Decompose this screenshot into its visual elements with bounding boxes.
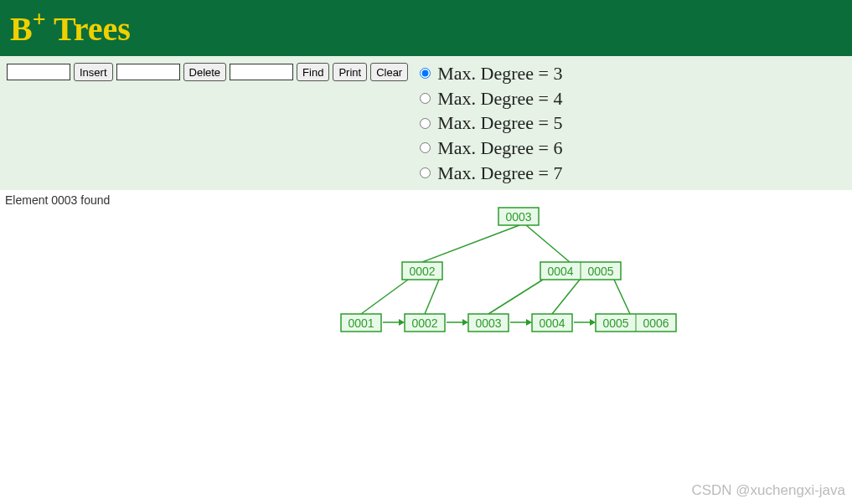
degree-option-6[interactable]: Max. Degree = 6 <box>420 136 562 161</box>
degree-radio-3[interactable] <box>420 68 431 79</box>
svg-text:0002: 0002 <box>411 316 437 330</box>
page-header: B+ Trees <box>0 0 852 56</box>
degree-options: Max. Degree = 3 Max. Degree = 4 Max. Deg… <box>420 61 562 185</box>
clear-button[interactable]: Clear <box>370 63 408 81</box>
svg-marker-34 <box>590 319 596 326</box>
delete-button[interactable]: Delete <box>183 63 227 81</box>
degree-radio-5[interactable] <box>420 118 431 129</box>
degree-label: Max. Degree = 5 <box>437 111 562 136</box>
svg-text:0006: 0006 <box>643 316 669 330</box>
degree-radio-4[interactable] <box>420 93 431 104</box>
svg-marker-28 <box>399 319 405 326</box>
title-suffix: Trees <box>46 10 131 48</box>
degree-option-3[interactable]: Max. Degree = 3 <box>420 61 562 86</box>
insert-button[interactable]: Insert <box>74 63 113 81</box>
svg-text:0005: 0005 <box>587 265 613 278</box>
svg-text:0002: 0002 <box>409 265 435 278</box>
find-input[interactable] <box>230 64 293 80</box>
svg-line-0 <box>422 225 519 262</box>
svg-text:0001: 0001 <box>348 316 374 330</box>
svg-line-3 <box>425 280 439 314</box>
title-prefix: B <box>10 10 33 48</box>
tree-canvas: 0003000200040005000100020003000400050006 <box>0 188 852 494</box>
svg-text:0005: 0005 <box>602 316 628 330</box>
degree-option-4[interactable]: Max. Degree = 4 <box>420 86 562 111</box>
svg-line-6 <box>614 280 630 314</box>
svg-marker-32 <box>526 319 532 326</box>
degree-label: Max. Degree = 4 <box>437 86 562 111</box>
degree-label: Max. Degree = 3 <box>437 61 562 86</box>
degree-option-5[interactable]: Max. Degree = 5 <box>420 111 562 136</box>
page-title: B+ Trees <box>10 8 131 49</box>
watermark: CSDN @xuchengxi-java <box>691 482 845 499</box>
title-sup: + <box>33 6 46 32</box>
svg-text:0004: 0004 <box>547 265 573 278</box>
print-button[interactable]: Print <box>333 63 367 81</box>
degree-radio-7[interactable] <box>420 167 431 178</box>
svg-line-1 <box>526 225 570 262</box>
delete-input[interactable] <box>116 64 180 80</box>
find-button[interactable]: Find <box>297 63 329 81</box>
degree-option-7[interactable]: Max. Degree = 7 <box>420 161 562 186</box>
svg-text:0003: 0003 <box>505 210 531 224</box>
svg-marker-30 <box>462 319 468 326</box>
svg-line-4 <box>488 280 543 314</box>
insert-input[interactable] <box>7 64 70 80</box>
svg-text:0003: 0003 <box>475 316 501 330</box>
svg-line-5 <box>552 280 580 314</box>
control-buttons: Insert Delete Find Print Clear <box>7 61 408 81</box>
svg-text:0004: 0004 <box>539 316 565 330</box>
controls-panel: Insert Delete Find Print Clear Max. Degr… <box>0 56 852 190</box>
degree-label: Max. Degree = 7 <box>437 161 562 186</box>
degree-radio-6[interactable] <box>420 142 431 153</box>
degree-label: Max. Degree = 6 <box>437 136 562 161</box>
svg-line-2 <box>361 280 408 314</box>
